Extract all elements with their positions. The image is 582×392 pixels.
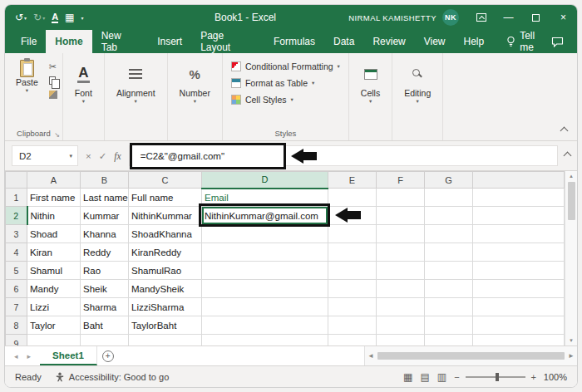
editing-button[interactable]: Editing ▾	[397, 58, 437, 106]
cell-C8[interactable]: TaylorBaht	[129, 316, 202, 335]
cell-E9[interactable]	[328, 335, 377, 346]
cell-B7[interactable]: Sharma	[81, 298, 129, 316]
scroll-down-icon[interactable]: ▾	[570, 337, 573, 344]
row-header-4[interactable]: 4	[6, 243, 27, 262]
cell-A9[interactable]	[27, 335, 81, 346]
zoom-level[interactable]: 100%	[542, 372, 567, 382]
cell-G2[interactable]	[425, 207, 473, 225]
vertical-scrollbar[interactable]: ▴ ▾	[565, 171, 577, 345]
cell-C5[interactable]: ShamulRao	[129, 262, 202, 280]
formula-input[interactable]: =C2&"@gmail.com"	[129, 145, 558, 166]
cell-E1[interactable]	[328, 189, 377, 207]
close-button[interactable]: ×	[550, 5, 577, 30]
maximize-button[interactable]	[522, 5, 550, 30]
cell-filler-3[interactable]	[473, 225, 565, 243]
insert-function-button[interactable]: fx	[114, 151, 121, 161]
new-sheet-button[interactable]: +	[97, 346, 119, 365]
cell-E3[interactable]	[328, 225, 377, 243]
cell-A8[interactable]: Taylor	[27, 316, 81, 335]
column-header-A[interactable]: A	[27, 172, 81, 189]
column-header-F[interactable]: F	[377, 172, 425, 189]
cell-C9[interactable]	[129, 335, 202, 346]
redo-button[interactable]: ↻▾	[33, 12, 45, 23]
scroll-right-icon[interactable]: ►	[568, 352, 575, 360]
cell-F6[interactable]	[377, 280, 425, 298]
cell-filler-4[interactable]	[473, 243, 565, 262]
horizontal-scroll-thumb[interactable]	[377, 352, 565, 360]
cell-G9[interactable]	[425, 335, 473, 346]
cell-C2[interactable]: NithinKummar	[129, 207, 202, 225]
horizontal-scrollbar[interactable]: ◄ ►	[364, 346, 577, 365]
qat-customize-caret[interactable]: ▾	[81, 15, 83, 21]
cell-D2[interactable]: NithinKummar@gmail.com	[202, 207, 328, 225]
cell-filler-6[interactable]	[473, 280, 565, 298]
cell-A7[interactable]: Lizzi	[27, 298, 81, 316]
select-all-corner[interactable]	[6, 172, 27, 189]
row-header-8[interactable]: 8	[6, 316, 27, 335]
expand-formula-bar-button[interactable]	[564, 152, 572, 160]
cell-A6[interactable]: Mandy	[27, 280, 81, 298]
cell-filler-9[interactable]	[473, 335, 565, 346]
number-button[interactable]: % Number ▾	[173, 58, 217, 106]
cell-G6[interactable]	[425, 280, 473, 298]
format-as-table-button[interactable]: Format as Table ▾	[228, 75, 318, 91]
cell-D7[interactable]	[202, 298, 328, 316]
cell-G5[interactable]	[425, 262, 473, 280]
underline-button[interactable]: A	[52, 12, 58, 23]
cell-D9[interactable]	[202, 335, 328, 346]
cell-G8[interactable]	[425, 316, 473, 335]
account-area[interactable]: NIRMAL KAMISHETTY NK	[348, 9, 459, 26]
cell-E6[interactable]	[328, 280, 377, 298]
cell-filler-8[interactable]	[473, 316, 565, 335]
undo-button[interactable]: ↺▾	[15, 12, 27, 23]
column-header-G[interactable]: G	[425, 172, 473, 189]
cell-B3[interactable]: Khanna	[81, 225, 129, 243]
cells-button[interactable]: Cells ▾	[354, 58, 387, 106]
cell-F3[interactable]	[377, 225, 425, 243]
cell-A2[interactable]: Nithin	[27, 207, 81, 225]
scroll-up-icon[interactable]: ▴	[570, 173, 573, 179]
row-header-5[interactable]: 5	[6, 262, 27, 280]
column-header-C[interactable]: C	[129, 172, 202, 189]
cell-D5[interactable]	[202, 262, 328, 280]
cell-F8[interactable]	[377, 316, 425, 335]
cell-A4[interactable]: Kiran	[27, 243, 81, 262]
cell-E4[interactable]	[328, 243, 377, 262]
cell-D6[interactable]	[202, 280, 328, 298]
cell-G1[interactable]	[425, 189, 473, 207]
next-sheet-icon[interactable]: ▸	[27, 352, 32, 360]
normal-view-button[interactable]: ▦	[403, 371, 412, 383]
cell-B4[interactable]: Reddy	[81, 243, 129, 262]
format-painter-button[interactable]	[49, 89, 57, 100]
cell-F5[interactable]	[377, 262, 425, 280]
cell-filler-1[interactable]	[473, 189, 565, 207]
row-header-1[interactable]: 1	[6, 189, 27, 207]
tab-review[interactable]: Review	[363, 30, 414, 53]
cell-G3[interactable]	[425, 225, 473, 243]
cell-D8[interactable]	[202, 316, 328, 335]
cell-C4[interactable]: KiranReddy	[129, 243, 202, 262]
cell-E7[interactable]	[328, 298, 377, 316]
zoom-slider[interactable]	[466, 376, 525, 378]
minimize-button[interactable]: —	[495, 5, 522, 30]
tell-me-button[interactable]: Tell me	[506, 30, 551, 53]
cell-B5[interactable]: Rao	[81, 262, 129, 280]
enter-check-icon[interactable]: ✓	[99, 150, 107, 162]
cell-F9[interactable]	[377, 335, 425, 346]
cut-button[interactable]: ✂	[49, 61, 57, 72]
tab-page-layout[interactable]: Page Layout	[191, 30, 264, 53]
tab-formulas[interactable]: Formulas	[264, 30, 324, 53]
cell-C3[interactable]: ShoadKhanna	[129, 225, 202, 243]
tab-file[interactable]: File	[12, 30, 46, 53]
cell-C6[interactable]: MandySheik	[129, 280, 202, 298]
conditional-formatting-button[interactable]: Conditional Formatting ▾	[228, 58, 343, 74]
cell-D3[interactable]	[202, 225, 328, 243]
cell-B1[interactable]: Last name	[81, 189, 129, 207]
page-layout-view-button[interactable]: ▤	[420, 371, 429, 383]
column-header-B[interactable]: B	[81, 172, 129, 189]
tab-insert[interactable]: Insert	[148, 30, 191, 53]
cell-D4[interactable]	[202, 243, 328, 262]
cell-A5[interactable]: Shamul	[27, 262, 81, 280]
cell-filler-7[interactable]	[473, 298, 565, 316]
column-header-D[interactable]: D	[202, 172, 328, 189]
